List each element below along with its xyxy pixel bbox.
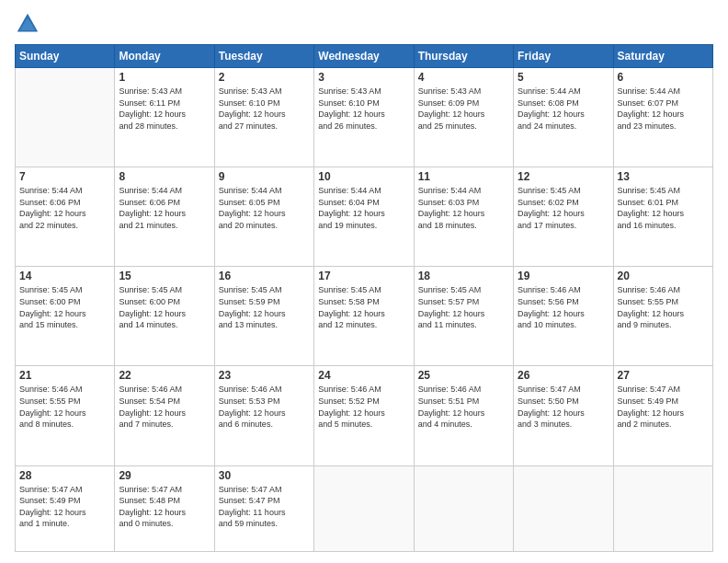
calendar-header-saturday: Saturday bbox=[613, 45, 712, 68]
calendar-week-row: 21Sunrise: 5:46 AM Sunset: 5:55 PM Dayli… bbox=[16, 366, 713, 465]
calendar-week-row: 1Sunrise: 5:43 AM Sunset: 6:11 PM Daylig… bbox=[16, 68, 713, 167]
day-number: 20 bbox=[618, 270, 709, 282]
calendar-cell bbox=[613, 465, 712, 551]
day-info: Sunrise: 5:45 AM Sunset: 5:58 PM Dayligh… bbox=[318, 284, 409, 330]
day-info: Sunrise: 5:47 AM Sunset: 5:49 PM Dayligh… bbox=[618, 384, 709, 430]
calendar-cell: 4Sunrise: 5:43 AM Sunset: 6:09 PM Daylig… bbox=[414, 68, 513, 167]
calendar-cell: 13Sunrise: 5:45 AM Sunset: 6:01 PM Dayli… bbox=[613, 167, 712, 267]
day-info: Sunrise: 5:47 AM Sunset: 5:47 PM Dayligh… bbox=[219, 484, 310, 530]
day-info: Sunrise: 5:44 AM Sunset: 6:06 PM Dayligh… bbox=[119, 185, 210, 231]
calendar-cell: 14Sunrise: 5:45 AM Sunset: 6:00 PM Dayli… bbox=[16, 267, 115, 366]
calendar-header-tuesday: Tuesday bbox=[214, 45, 313, 68]
day-number: 8 bbox=[119, 170, 210, 183]
calendar-header-row: SundayMondayTuesdayWednesdayThursdayFrid… bbox=[16, 45, 713, 68]
day-number: 24 bbox=[318, 369, 409, 382]
calendar-week-row: 7Sunrise: 5:44 AM Sunset: 6:06 PM Daylig… bbox=[16, 167, 713, 267]
calendar-cell: 17Sunrise: 5:45 AM Sunset: 5:58 PM Dayli… bbox=[314, 267, 414, 366]
logo-icon bbox=[15, 11, 40, 37]
day-info: Sunrise: 5:45 AM Sunset: 6:00 PM Dayligh… bbox=[19, 284, 110, 330]
day-number: 11 bbox=[418, 170, 509, 183]
day-number: 27 bbox=[618, 369, 709, 382]
day-info: Sunrise: 5:47 AM Sunset: 5:50 PM Dayligh… bbox=[518, 384, 609, 430]
day-info: Sunrise: 5:46 AM Sunset: 5:51 PM Dayligh… bbox=[418, 384, 509, 430]
calendar-cell bbox=[16, 68, 115, 167]
calendar-cell: 20Sunrise: 5:46 AM Sunset: 5:55 PM Dayli… bbox=[613, 267, 712, 366]
day-number: 6 bbox=[618, 71, 709, 84]
day-info: Sunrise: 5:45 AM Sunset: 5:59 PM Dayligh… bbox=[219, 284, 310, 330]
day-number: 18 bbox=[418, 270, 509, 282]
calendar-cell: 1Sunrise: 5:43 AM Sunset: 6:11 PM Daylig… bbox=[115, 68, 214, 167]
calendar-cell: 7Sunrise: 5:44 AM Sunset: 6:06 PM Daylig… bbox=[16, 167, 115, 267]
day-info: Sunrise: 5:44 AM Sunset: 6:06 PM Dayligh… bbox=[19, 185, 110, 231]
calendar-cell: 25Sunrise: 5:46 AM Sunset: 5:51 PM Dayli… bbox=[414, 366, 513, 465]
day-info: Sunrise: 5:43 AM Sunset: 6:10 PM Dayligh… bbox=[219, 86, 310, 132]
day-number: 10 bbox=[318, 170, 409, 183]
calendar-table: SundayMondayTuesdayWednesdayThursdayFrid… bbox=[15, 44, 713, 552]
calendar-cell: 15Sunrise: 5:45 AM Sunset: 6:00 PM Dayli… bbox=[115, 267, 214, 366]
calendar-cell bbox=[514, 465, 613, 551]
day-number: 2 bbox=[219, 71, 310, 84]
logo bbox=[15, 11, 44, 37]
calendar-cell: 29Sunrise: 5:47 AM Sunset: 5:48 PM Dayli… bbox=[115, 465, 214, 551]
day-number: 4 bbox=[418, 71, 509, 84]
day-number: 9 bbox=[219, 170, 310, 183]
calendar-cell: 28Sunrise: 5:47 AM Sunset: 5:49 PM Dayli… bbox=[16, 465, 115, 551]
day-info: Sunrise: 5:46 AM Sunset: 5:55 PM Dayligh… bbox=[19, 384, 110, 430]
calendar-cell: 21Sunrise: 5:46 AM Sunset: 5:55 PM Dayli… bbox=[16, 366, 115, 465]
day-number: 30 bbox=[219, 469, 310, 482]
day-info: Sunrise: 5:45 AM Sunset: 6:00 PM Dayligh… bbox=[119, 284, 210, 330]
header bbox=[15, 11, 713, 37]
calendar-cell: 23Sunrise: 5:46 AM Sunset: 5:53 PM Dayli… bbox=[214, 366, 313, 465]
calendar-cell: 22Sunrise: 5:46 AM Sunset: 5:54 PM Dayli… bbox=[115, 366, 214, 465]
calendar-header-thursday: Thursday bbox=[414, 45, 513, 68]
day-number: 12 bbox=[518, 170, 609, 183]
calendar-cell: 5Sunrise: 5:44 AM Sunset: 6:08 PM Daylig… bbox=[514, 68, 613, 167]
calendar-cell bbox=[314, 465, 414, 551]
day-info: Sunrise: 5:46 AM Sunset: 5:54 PM Dayligh… bbox=[119, 384, 210, 430]
day-number: 19 bbox=[518, 270, 609, 282]
calendar-cell: 12Sunrise: 5:45 AM Sunset: 6:02 PM Dayli… bbox=[514, 167, 613, 267]
calendar-cell bbox=[414, 465, 513, 551]
day-number: 15 bbox=[119, 270, 210, 282]
calendar-cell: 16Sunrise: 5:45 AM Sunset: 5:59 PM Dayli… bbox=[214, 267, 313, 366]
day-number: 21 bbox=[19, 369, 110, 382]
calendar-cell: 19Sunrise: 5:46 AM Sunset: 5:56 PM Dayli… bbox=[514, 267, 613, 366]
day-info: Sunrise: 5:44 AM Sunset: 6:03 PM Dayligh… bbox=[418, 185, 509, 231]
day-info: Sunrise: 5:44 AM Sunset: 6:05 PM Dayligh… bbox=[219, 185, 310, 231]
day-number: 5 bbox=[518, 71, 609, 84]
day-number: 16 bbox=[219, 270, 310, 282]
day-info: Sunrise: 5:46 AM Sunset: 5:55 PM Dayligh… bbox=[618, 284, 709, 330]
day-number: 28 bbox=[19, 469, 110, 482]
day-info: Sunrise: 5:43 AM Sunset: 6:10 PM Dayligh… bbox=[318, 86, 409, 132]
calendar-header-monday: Monday bbox=[115, 45, 214, 68]
calendar-cell: 6Sunrise: 5:44 AM Sunset: 6:07 PM Daylig… bbox=[613, 68, 712, 167]
calendar-header-friday: Friday bbox=[514, 45, 613, 68]
calendar-cell: 2Sunrise: 5:43 AM Sunset: 6:10 PM Daylig… bbox=[214, 68, 313, 167]
day-number: 13 bbox=[618, 170, 709, 183]
page: SundayMondayTuesdayWednesdayThursdayFrid… bbox=[0, 0, 728, 563]
calendar-cell: 27Sunrise: 5:47 AM Sunset: 5:49 PM Dayli… bbox=[613, 366, 712, 465]
day-info: Sunrise: 5:44 AM Sunset: 6:07 PM Dayligh… bbox=[618, 86, 709, 132]
calendar-cell: 9Sunrise: 5:44 AM Sunset: 6:05 PM Daylig… bbox=[214, 167, 313, 267]
day-info: Sunrise: 5:46 AM Sunset: 5:52 PM Dayligh… bbox=[318, 384, 409, 430]
day-number: 25 bbox=[418, 369, 509, 382]
day-info: Sunrise: 5:46 AM Sunset: 5:56 PM Dayligh… bbox=[518, 284, 609, 330]
day-number: 14 bbox=[19, 270, 110, 282]
calendar-cell: 3Sunrise: 5:43 AM Sunset: 6:10 PM Daylig… bbox=[314, 68, 414, 167]
calendar-cell: 26Sunrise: 5:47 AM Sunset: 5:50 PM Dayli… bbox=[514, 366, 613, 465]
day-info: Sunrise: 5:43 AM Sunset: 6:09 PM Dayligh… bbox=[418, 86, 509, 132]
calendar-cell: 24Sunrise: 5:46 AM Sunset: 5:52 PM Dayli… bbox=[314, 366, 414, 465]
day-info: Sunrise: 5:45 AM Sunset: 5:57 PM Dayligh… bbox=[418, 284, 509, 330]
day-info: Sunrise: 5:45 AM Sunset: 6:02 PM Dayligh… bbox=[518, 185, 609, 231]
calendar-cell: 30Sunrise: 5:47 AM Sunset: 5:47 PM Dayli… bbox=[214, 465, 313, 551]
calendar-week-row: 28Sunrise: 5:47 AM Sunset: 5:49 PM Dayli… bbox=[16, 465, 713, 551]
day-info: Sunrise: 5:44 AM Sunset: 6:04 PM Dayligh… bbox=[318, 185, 409, 231]
day-number: 7 bbox=[19, 170, 110, 183]
calendar-cell: 18Sunrise: 5:45 AM Sunset: 5:57 PM Dayli… bbox=[414, 267, 513, 366]
day-info: Sunrise: 5:47 AM Sunset: 5:49 PM Dayligh… bbox=[19, 484, 110, 530]
calendar-cell: 10Sunrise: 5:44 AM Sunset: 6:04 PM Dayli… bbox=[314, 167, 414, 267]
calendar-week-row: 14Sunrise: 5:45 AM Sunset: 6:00 PM Dayli… bbox=[16, 267, 713, 366]
day-info: Sunrise: 5:45 AM Sunset: 6:01 PM Dayligh… bbox=[618, 185, 709, 231]
calendar-cell: 11Sunrise: 5:44 AM Sunset: 6:03 PM Dayli… bbox=[414, 167, 513, 267]
day-number: 26 bbox=[518, 369, 609, 382]
